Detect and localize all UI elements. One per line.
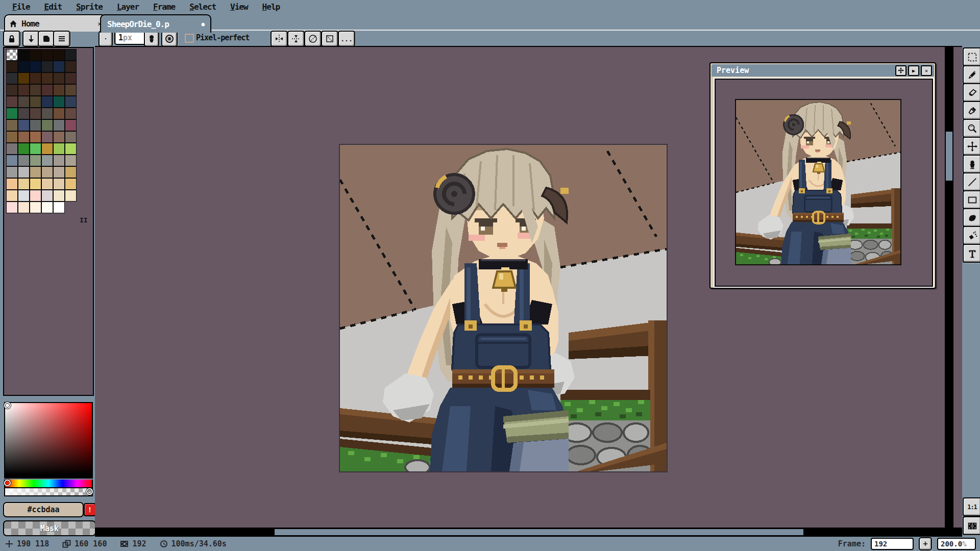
saturation-value-picker[interactable] [4,402,93,479]
palette-swatch[interactable] [65,96,77,108]
palette-swatch[interactable] [53,72,65,84]
palette-swatch[interactable] [30,131,41,143]
hex-color-input[interactable]: #ccbdaa [3,502,84,517]
zoom-1-1-button[interactable]: 1:1 [963,497,980,516]
preview-window[interactable]: Preview ▶ ✕ [709,62,936,289]
palette-swatch[interactable] [65,143,77,155]
palette-swatch[interactable] [18,96,30,108]
palette-swatch[interactable] [65,49,77,61]
symmetry-options-button[interactable]: ... [338,31,355,47]
palette-swatch[interactable] [6,49,18,61]
palette-swatch[interactable] [18,166,30,178]
palette-swatch[interactable] [30,166,41,178]
sprite-canvas[interactable] [339,144,668,472]
menu-file[interactable]: File [5,1,37,13]
frame-number-input[interactable]: 192 [871,538,914,550]
palette-swatch[interactable] [6,155,18,166]
palette-swatch[interactable] [65,166,77,178]
palette-swatch[interactable] [6,108,18,119]
palette-swatch[interactable] [41,96,53,108]
color-warning-button[interactable]: ! [84,503,96,516]
tool-spray[interactable] [963,226,980,245]
menu-select[interactable]: Select [182,1,223,13]
edit-palette-button[interactable] [3,31,20,47]
palette-swatch[interactable] [6,143,18,155]
palette-sort-button[interactable] [22,31,40,47]
pixel-perfect-checkbox[interactable] [185,34,194,43]
palette-swatch[interactable] [65,178,77,190]
menu-view[interactable]: View [223,1,255,13]
preview-close-button[interactable]: ✕ [921,65,932,76]
menu-layer[interactable]: Layer [110,1,146,13]
palette-swatch[interactable] [18,61,30,72]
palette-swatch[interactable] [41,72,53,84]
alpha-marker[interactable] [86,488,93,495]
palette-swatch[interactable] [18,131,30,143]
palette-swatch[interactable] [30,61,41,72]
palette-swatch[interactable] [53,131,65,143]
palette-swatch[interactable] [53,49,65,61]
zoom-level-input[interactable]: 200.0% [937,538,976,550]
tool-text[interactable] [963,244,980,263]
palette-swatch[interactable] [18,178,30,190]
palette-swatch[interactable] [41,108,53,119]
palette-swatch[interactable] [30,119,41,131]
alpha-slider[interactable] [4,488,93,496]
tool-line[interactable] [963,172,980,191]
palette-swatch[interactable] [30,108,41,119]
palette-swatch[interactable] [65,155,77,166]
tool-rectangle[interactable] [963,190,980,209]
palette-swatch[interactable] [6,131,18,143]
palette-swatch[interactable] [6,190,18,202]
palette-swatch[interactable] [18,143,30,155]
palette-swatch[interactable] [41,190,53,202]
palette-swatch[interactable] [41,119,53,131]
palette-swatch[interactable] [30,84,41,96]
palette-swatch[interactable] [41,143,53,155]
palette-swatch[interactable] [41,49,53,61]
palette-swatch[interactable] [30,72,41,84]
vertical-scrollbar-thumb[interactable] [946,132,952,181]
palette-swatch[interactable] [53,96,65,108]
palette-swatch[interactable] [41,84,53,96]
menu-help[interactable]: Help [255,1,287,13]
palette-swatch[interactable] [30,155,41,166]
palette-swatch[interactable] [6,61,18,72]
palette-swatch[interactable] [41,166,53,178]
horizontal-scrollbar-thumb[interactable] [275,529,803,535]
timeline-toggle-button[interactable] [963,516,980,535]
palette-swatch[interactable] [65,190,77,202]
palette-swatch[interactable] [18,202,30,213]
palette-swatch[interactable] [53,190,65,202]
palette-swatch[interactable] [65,61,77,72]
preview-title-bar[interactable]: Preview ▶ ✕ [712,64,934,77]
palette-swatch[interactable] [41,155,53,166]
palette-swatch[interactable] [6,84,18,96]
preview-play-button[interactable]: ▶ [908,65,919,76]
ink-type-button[interactable] [144,31,159,47]
palette-swatch[interactable] [18,72,30,84]
dynamics-button[interactable] [161,31,178,47]
palette-swatch[interactable] [30,202,41,213]
palette-swatch[interactable] [18,155,30,166]
tool-pencil[interactable] [963,65,980,84]
tool-eraser[interactable] [963,83,980,102]
palette-swatch[interactable] [53,178,65,190]
palette-swatch[interactable] [6,202,18,213]
symmetry-vertical-button[interactable] [287,31,305,47]
palette-swatch[interactable] [30,143,41,155]
palette-swatch[interactable] [30,190,41,202]
tab-home[interactable]: Home ✕ [4,14,106,32]
palette-swatch[interactable] [6,119,18,131]
brush-size-input[interactable]: 1px [114,31,147,45]
palette-swatch[interactable] [6,72,18,84]
palette-swatch[interactable] [53,61,65,72]
palette-swatch[interactable] [6,166,18,178]
palette-swatch[interactable] [41,61,53,72]
palette-swatch[interactable] [30,96,41,108]
hue-slider[interactable] [4,480,93,488]
horizontal-scrollbar[interactable] [95,528,953,537]
menu-edit[interactable]: Edit [37,1,69,13]
palette-swatch[interactable] [53,108,65,119]
palette-swatch[interactable] [41,202,53,213]
